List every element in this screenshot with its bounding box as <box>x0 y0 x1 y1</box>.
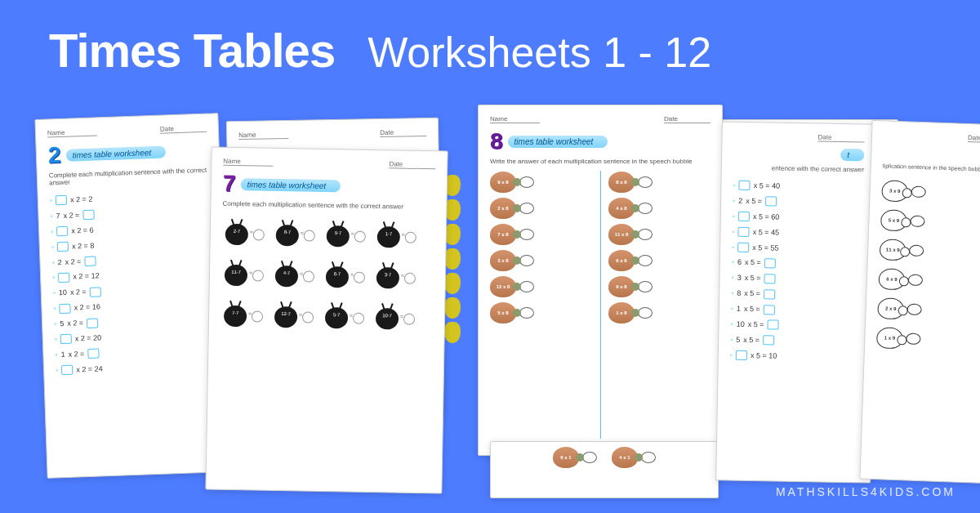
ladybug-grid: 2·7=8·7=9·7=1·7=11·7=4·7=6·7=3·7=7·7=12·… <box>220 214 435 341</box>
title-bold: Times Tables <box>49 23 335 78</box>
worksheet-7: NameDate 7times table worksheet Complete… <box>205 147 448 494</box>
turtle-grid-bw: 3 x 95 x 911 x 96 x 92 x 91 x 9 <box>876 175 980 352</box>
worksheet-2: NameDate 2times table worksheet Complete… <box>34 113 230 479</box>
worksheet-5: Date t entence with the correct answer ◦… <box>715 121 877 483</box>
sheet-number: 7 <box>223 172 236 195</box>
worksheet-9-bw: Date t tiplication sentence in the speec… <box>859 120 980 484</box>
sheet-number: 2 <box>47 144 61 167</box>
date-field: Date <box>160 124 207 134</box>
equation-list: ◦x 2 = 2◦7x 2 =◦x 2 = 6◦x 2 = 8◦2x 2 =◦x… <box>50 188 216 378</box>
name-field: Name <box>47 127 98 137</box>
bg-sheet-bottom: 6 x 1 4 x 1 <box>490 441 719 498</box>
worksheet-8: NameDate 8times table worksheet Write th… <box>478 105 723 456</box>
title-light: Worksheets 1 - 12 <box>368 28 711 77</box>
worksheets-canvas: NameDate NameDate NameDate 2times table … <box>0 98 980 513</box>
equation-list: ◦x 5 = 40◦2x 5 =◦x 5 = 60◦x 5 = 45◦x 5 =… <box>730 178 864 365</box>
sheet-number: 8 <box>490 130 503 153</box>
watermark: MATHSKILLS4KIDS.COM <box>776 485 956 498</box>
page-header: Times Tables Worksheets 1 - 12 <box>0 0 980 78</box>
